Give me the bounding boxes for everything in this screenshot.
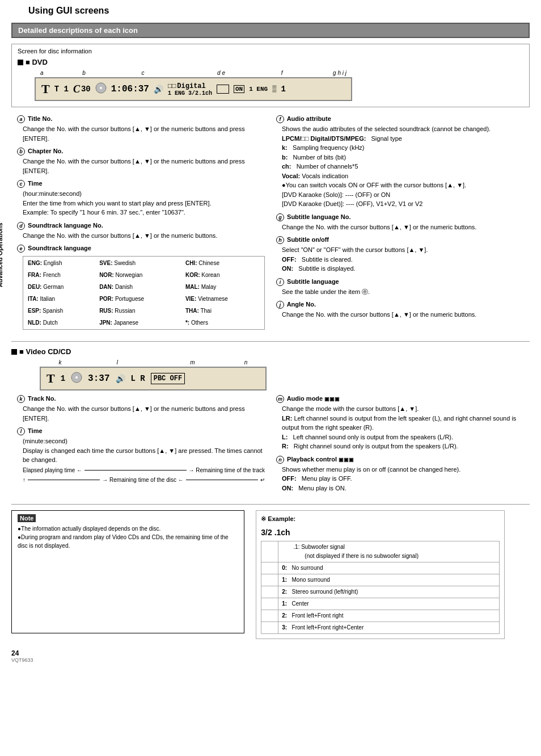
screen-box: Screen for disc information ■ DVD a b c … — [11, 44, 530, 107]
dvd-subtitle-box — [217, 85, 229, 94]
section-divider-2 — [11, 504, 530, 505]
table-row: ESP: Spanish RUS: Russian THA: Thai — [24, 305, 263, 316]
dvd-disc-icon — [95, 82, 107, 96]
vcd-pbc: PBC OFF — [151, 373, 185, 384]
circle-i: i — [276, 278, 284, 286]
example-row: 2: Stereo surround (left/right) — [261, 586, 500, 598]
entry-angle-no: j Angle No. Change the No. with the curs… — [276, 301, 524, 320]
dvd-entries: a Title No. Change the No. with the curs… — [11, 115, 530, 334]
entry-chapter-no: b Chapter No. Change the No. with the cu… — [17, 148, 265, 175]
circle-c: c — [17, 180, 25, 188]
example-row: 0: No surround — [261, 562, 500, 574]
vcd-time: 3:37 — [88, 373, 109, 384]
circle-e: e — [17, 245, 25, 253]
entry-subtitle-onoff: h Subtitle on/off Select "ON" or "OFF" w… — [276, 236, 524, 274]
callout-l: l — [117, 359, 118, 366]
table-row: ITA: Italian POR: Portuguese VIE: Vietna… — [24, 293, 263, 304]
vcd-section: ■ Video CD/CD k l m n T 1 3:37 🔊 L R PBC… — [11, 347, 530, 390]
callout-c: c — [141, 70, 144, 76]
entry-time: c Time (hour:minute:second) Enter the ti… — [17, 180, 265, 217]
vcd-channels: L R — [131, 374, 145, 383]
section-divider-1 — [11, 341, 530, 342]
table-row: FRA: French NOR: Norwegian KOR: Korean — [24, 270, 263, 280]
example-title: ※ Example: — [261, 515, 500, 523]
circle-d: d — [17, 222, 25, 230]
entry-soundtrack-lang-no: d Soundtrack language No. Change the No.… — [17, 222, 265, 241]
circle-f: f — [276, 115, 284, 123]
dvd-angle-icon: ▒ — [272, 85, 276, 93]
dvd-title-num: T 1 — [54, 85, 69, 94]
callout-de: d e — [217, 70, 225, 76]
callout-ghij: g h i j — [333, 70, 346, 76]
example-box: ※ Example: 3/2 .1ch .1: Subwoofer signal… — [256, 510, 505, 639]
dvd-audio-info: □□ Digital 1 ENG 3/2.1ch — [168, 82, 212, 96]
entry-audio-attr: f Audio attribute Shows the audio attrib… — [276, 115, 524, 209]
dvd-right-col: f Audio attribute Shows the audio attrib… — [276, 115, 530, 334]
table-row: DEU: German DAN: Danish MAL: Malay — [24, 282, 263, 292]
remaining-disc-line: ↑ → Remaining time of the disc ← ↵ — [23, 476, 265, 484]
dvd-square-icon — [18, 60, 23, 65]
circle-b: b — [17, 148, 25, 156]
sidebar-label: Advanced Operations — [0, 222, 3, 287]
dvd-audio-icon: 🔊 — [154, 85, 163, 94]
entry-track-no: k Track No. Change the No. with the curs… — [17, 395, 265, 423]
vcd-right-col: m Audio mode ▣▣▣ Change the mode with th… — [276, 395, 530, 497]
example-row: 3: Front left+Front right+Center — [261, 622, 500, 634]
callout-a: a — [40, 70, 44, 76]
callout-b: b — [82, 70, 86, 76]
bottom-row: Note ●The information actually displayed… — [11, 510, 530, 639]
vcd-square-icon — [11, 349, 17, 355]
svg-point-3 — [75, 376, 78, 379]
table-row: ENG: English SVE: Swedish CHI: Chinese — [24, 258, 263, 268]
dvd-left-col: a Title No. Change the No. with the curs… — [11, 115, 265, 334]
note-title: Note — [18, 514, 36, 522]
vcd-audio-icon: 🔊 — [116, 374, 125, 384]
dvd-label: ■ DVD — [18, 58, 523, 66]
vcd-left-col: k Track No. Change the No. with the curs… — [11, 395, 265, 497]
dvd-subtitle-lang: 1 ENG — [249, 86, 268, 93]
dvd-display: T T 1 C 30 1:06:37 🔊 □□ Digital 1 ENG 3/… — [35, 77, 352, 101]
vcd-display: T 1 3:37 🔊 L R PBC OFF — [40, 367, 267, 390]
elapsed-line: Elapsed playing time ← → Remaining time … — [23, 466, 265, 474]
page-title: Using GUI screens — [28, 6, 530, 16]
callout-f: f — [281, 70, 283, 76]
entry-vcd-time: l Time (minute:second) Display is change… — [17, 427, 265, 484]
dvd-time: 1:06:37 — [111, 84, 149, 94]
vcd-entries: k Track No. Change the No. with the curs… — [11, 395, 530, 497]
circle-m: m — [276, 395, 284, 403]
vqt-code: VQT9633 — [11, 657, 33, 663]
entry-playback-control: n Playback control ▣▣▣ Shows whether men… — [276, 456, 524, 493]
dvd-on-box: ON — [234, 85, 244, 93]
page-number: 24 — [11, 649, 33, 657]
circle-j: j — [276, 301, 284, 309]
callout-m: m — [190, 359, 195, 366]
screen-box-title: Screen for disc information — [18, 48, 523, 54]
vcd-label: ■ Video CD/CD — [11, 347, 530, 356]
example-row: .1: Subwoofer signal (not displayed if t… — [261, 541, 500, 562]
dvd-title-icon: T — [41, 82, 50, 96]
entry-subtitle-lang-no: g Subtitle language No. Change the No. w… — [276, 213, 524, 232]
section-header: Detailed descriptions of each icon — [11, 23, 530, 38]
example-row: 1: Center — [261, 598, 500, 610]
circle-l: l — [17, 427, 25, 435]
entry-soundtrack-lang: e Soundtrack language ENG: English SVE: … — [17, 245, 265, 330]
example-content: 3/2 .1ch .1: Subwoofer signal (not displ… — [261, 526, 500, 634]
entry-subtitle-lang: i Subtitle language See the table under … — [276, 278, 524, 297]
example-row: 2: Front left+Front right — [261, 610, 500, 622]
example-row: 1: Mono surround — [261, 574, 500, 586]
circle-g: g — [276, 213, 284, 221]
dvd-angle-num: 1 — [281, 85, 285, 94]
note-body: ●The information actually displayed depe… — [18, 524, 238, 550]
vcd-disc-icon — [71, 372, 82, 385]
circle-n: n — [276, 456, 284, 464]
circle-a: a — [17, 115, 25, 123]
vcd-title-icon: T — [47, 371, 55, 386]
circle-k: k — [17, 395, 25, 403]
svg-point-1 — [100, 87, 102, 89]
entry-title-no: a Title No. Change the No. with the curs… — [17, 115, 265, 143]
entry-audio-mode: m Audio mode ▣▣▣ Change the mode with th… — [276, 395, 524, 451]
dvd-chapter: C 30 — [73, 83, 91, 95]
callout-k: k — [59, 359, 62, 366]
callout-n: n — [244, 359, 248, 366]
note-box: Note ●The information actually displayed… — [11, 510, 244, 633]
